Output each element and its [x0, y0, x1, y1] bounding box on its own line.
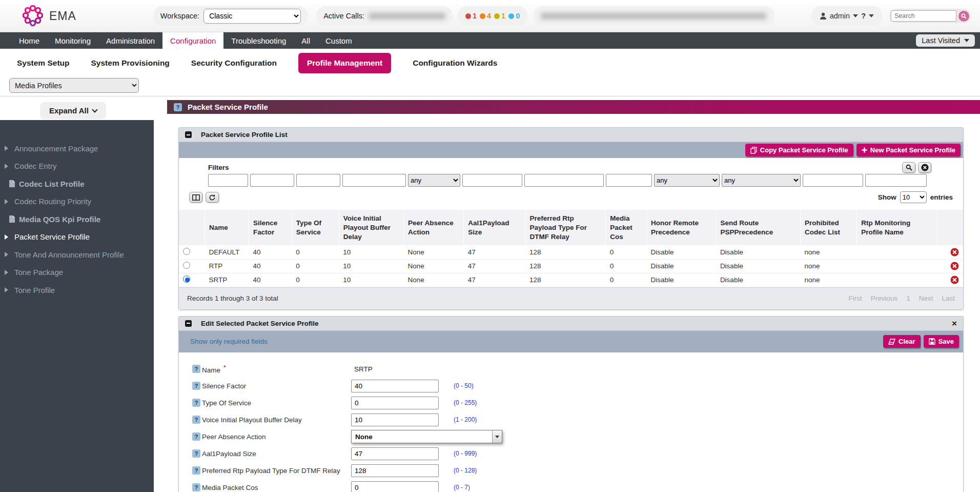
silence-factor-input[interactable] — [351, 380, 439, 392]
sidebar-item-label: Codec List Profile — [19, 180, 85, 188]
new-profile-label: New Packet Service Profile — [870, 146, 955, 154]
column-chooser-button[interactable] — [189, 192, 202, 203]
column-header-peer-absence-action: Peer Absence Action — [404, 210, 464, 245]
subnav-tab-profile-management[interactable]: Profile Management — [298, 53, 391, 73]
help-menu[interactable]: ? — [861, 12, 866, 20]
nav-tab-administration[interactable]: Administration — [98, 32, 162, 49]
field-help-icon[interactable]: ? — [192, 449, 200, 458]
delete-row-icon[interactable] — [950, 262, 959, 270]
table-tools-row: Show 10 entries — [189, 191, 953, 203]
copy-profile-button[interactable]: Copy Packet Service Profile — [745, 144, 853, 156]
media-packet-cos-input[interactable] — [351, 481, 439, 492]
aal1payload-size-input[interactable] — [351, 447, 439, 460]
chevron-down-icon — [964, 39, 969, 42]
peer-absence-action-select[interactable]: None — [351, 430, 502, 443]
page-help-icon[interactable]: ? — [174, 103, 182, 111]
filter-select-peer-absence-action[interactable]: any — [408, 174, 460, 187]
nav-tab-custom[interactable]: Custom — [318, 32, 360, 49]
filter-input-prohibited-codec-list[interactable] — [803, 174, 863, 187]
plus-icon — [862, 147, 867, 153]
filter-input-silence-factor[interactable] — [250, 174, 294, 187]
required-asterisk: * — [222, 364, 226, 370]
show-required-fields-link[interactable]: Show only required fields — [190, 338, 268, 345]
field-help-icon[interactable]: ? — [192, 416, 200, 424]
clear-button[interactable]: Clear — [883, 335, 921, 348]
delete-cell — [937, 259, 963, 273]
close-icon[interactable]: × — [952, 319, 957, 328]
nav-tab-troubleshooting[interactable]: Troubleshooting — [223, 32, 294, 49]
list-panel-title: Packet Service Profile List — [201, 131, 288, 139]
filter-input-rtp-monitoring-profile-name[interactable] — [865, 174, 927, 187]
sidebar-item-announcement-package[interactable]: Announcement Package — [0, 140, 154, 158]
pagination-previous[interactable]: Previous — [871, 294, 898, 302]
filter-input-name[interactable] — [208, 174, 248, 187]
call-count-value: 4 — [487, 12, 491, 20]
user-caret-icon[interactable] — [853, 14, 858, 17]
nav-tab-home[interactable]: Home — [11, 32, 47, 49]
workspace-select[interactable]: Classic — [203, 9, 301, 24]
field-help-icon[interactable]: ? — [192, 365, 200, 373]
expand-all-label: Expand All — [49, 106, 89, 115]
filter-select-send-route-pspprecedence[interactable]: any — [722, 174, 801, 187]
profile-category-select[interactable]: Media Profiles — [9, 78, 139, 93]
subnav-tab-system-provisioning[interactable]: System Provisioning — [91, 58, 170, 68]
refresh-button[interactable] — [206, 192, 219, 203]
filter-input-preferred-rtp-payload-type-for-dtmf-relay[interactable] — [524, 174, 604, 187]
help-caret-icon[interactable] — [869, 14, 874, 17]
sidebar-item-codec-routing-priority[interactable]: Codec Routing Priority — [0, 193, 154, 211]
copy-profile-label: Copy Packet Service Profile — [760, 146, 848, 154]
user-menu[interactable]: admin ? — [811, 6, 882, 26]
pagination-first[interactable]: First — [848, 294, 862, 302]
row-radio-default[interactable] — [183, 248, 190, 255]
nav-tab-monitoring[interactable]: Monitoring — [47, 32, 98, 49]
filter-input-voice-initial-playout-buffer-delay[interactable] — [342, 174, 406, 187]
table-row-srtp: SRTP40010None471280DisableDisablenone — [179, 273, 963, 287]
sidebar-item-media-qos-kpi-profile[interactable]: Media QOS Kpi Profile — [0, 210, 154, 228]
row-radio-rtp[interactable] — [183, 262, 190, 269]
field-help-icon[interactable]: ? — [192, 432, 200, 441]
sidebar-item-tone-and-announcement-profile[interactable]: Tone And Announcement Profile — [0, 246, 154, 264]
page-size-select[interactable]: 10 — [900, 191, 927, 203]
field-help-icon[interactable]: ? — [192, 466, 200, 475]
field-help-icon[interactable]: ? — [192, 399, 200, 407]
apply-filters-button[interactable] — [902, 162, 915, 173]
last-visited-button[interactable]: Last Visited — [916, 34, 975, 47]
filter-select-honor-remote-precedence[interactable]: any — [654, 174, 720, 187]
nav-tab-configuration[interactable]: Configuration — [162, 32, 223, 49]
sidebar-item-tone-package[interactable]: Tone Package — [0, 264, 154, 282]
clear-filters-button[interactable] — [918, 162, 931, 173]
pagination-1[interactable]: 1 — [906, 294, 910, 302]
search-input[interactable] — [891, 10, 956, 22]
filter-input-type-of-service[interactable] — [296, 174, 340, 187]
call-count-value: 1 — [501, 12, 505, 20]
type-of-service-input[interactable] — [351, 397, 439, 409]
preferred-rtp-payload-type-for-dtmf-relay-input[interactable] — [351, 464, 439, 477]
nav-tab-all[interactable]: All — [294, 32, 318, 49]
filter-input-media-packet-cos[interactable] — [606, 174, 652, 187]
search-button[interactable] — [958, 11, 969, 22]
new-profile-button[interactable]: New Packet Service Profile — [856, 144, 961, 156]
collapse-panel-icon[interactable] — [185, 320, 192, 327]
collapse-panel-icon[interactable] — [185, 131, 192, 138]
subnav-tab-system-setup[interactable]: System Setup — [17, 58, 70, 68]
sidebar-item-tone-profile[interactable]: Tone Profile — [0, 281, 154, 299]
delete-row-icon[interactable] — [950, 248, 959, 257]
expand-all-button[interactable]: Expand All — [40, 102, 106, 119]
field-help-icon[interactable]: ? — [192, 382, 200, 390]
voice-initial-playout-buffer-delay-input[interactable] — [351, 414, 439, 426]
pagination-last[interactable]: Last — [942, 294, 955, 302]
delete-row-icon[interactable] — [950, 275, 959, 284]
sidebar-item-packet-service-profile[interactable]: Packet Service Profile — [0, 228, 154, 246]
field-help-icon[interactable]: ? — [192, 483, 200, 491]
subnav-tab-configuration-wizards[interactable]: Configuration Wizards — [413, 58, 497, 68]
save-button[interactable]: Save — [924, 335, 959, 348]
pagination-next[interactable]: Next — [919, 294, 933, 302]
sidebar-item-codec-entry[interactable]: Codec Entry — [0, 158, 154, 175]
column-header-preferred-rtp-payload-type-for-dtmf-relay: Preferred Rtp Payload Type For DTMF Rela… — [525, 210, 606, 245]
call-count-value: 0 — [516, 12, 520, 20]
filter-input-aal1payload-size[interactable] — [462, 174, 522, 187]
subnav-tab-security-configuration[interactable]: Security Configuration — [191, 58, 277, 68]
sidebar-item-codec-list-profile[interactable]: Codec List Profile — [0, 175, 154, 193]
combo-arrow-button[interactable] — [492, 430, 502, 443]
row-radio-srtp[interactable] — [183, 275, 190, 283]
